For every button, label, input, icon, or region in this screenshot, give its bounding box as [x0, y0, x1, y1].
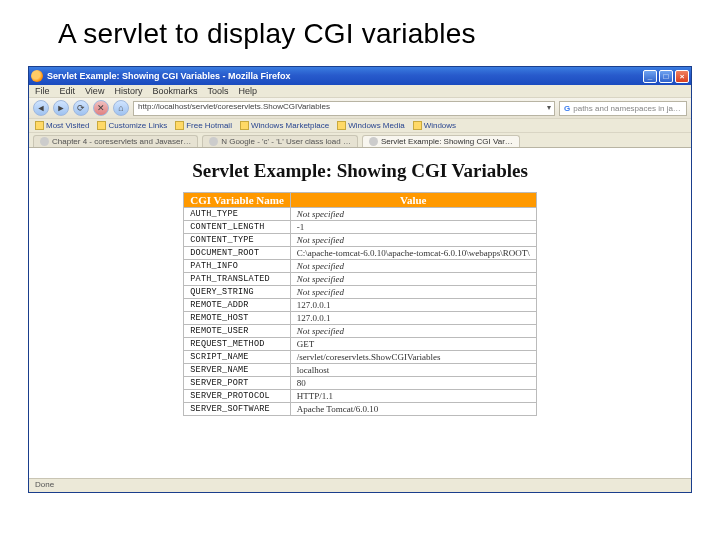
table-row: CONTENT_TYPENot specified: [184, 234, 536, 247]
cgi-var-value: 80: [290, 377, 536, 390]
table-row: SERVER_SOFTWAREApache Tomcat/6.0.10: [184, 403, 536, 416]
menu-edit[interactable]: Edit: [60, 86, 76, 96]
link-icon: [337, 121, 346, 130]
table-row: SERVER_PROTOCOLHTTP/1.1: [184, 390, 536, 403]
cgi-var-name: AUTH_TYPE: [184, 208, 291, 221]
table-row: REMOTE_HOST127.0.0.1: [184, 312, 536, 325]
back-button[interactable]: ◄: [33, 100, 49, 116]
page-icon: [369, 137, 378, 146]
table-row: REMOTE_USERNot specified: [184, 325, 536, 338]
cgi-var-value: Not specified: [290, 286, 536, 299]
cgi-var-value: C:\apache-tomcat-6.0.10\apache-tomcat-6.…: [290, 247, 536, 260]
cgi-var-name: PATH_TRANSLATED: [184, 273, 291, 286]
table-row: SERVER_NAMElocalhost: [184, 364, 536, 377]
bookmark-media[interactable]: Windows Media: [337, 121, 404, 130]
nav-toolbar: ◄ ► ⟳ ✕ ⌂ http://localhost/servlet/cores…: [29, 97, 691, 119]
cgi-var-value: Not specified: [290, 325, 536, 338]
table-row: REQUEST_METHODGET: [184, 338, 536, 351]
table-row: QUERY_STRINGNot specified: [184, 286, 536, 299]
address-bar[interactable]: http://localhost/servlet/coreservlets.Sh…: [133, 101, 555, 116]
reload-button[interactable]: ⟳: [73, 100, 89, 116]
cgi-var-value: 127.0.0.1: [290, 312, 536, 325]
page-heading: Servlet Example: Showing CGI Variables: [39, 160, 681, 182]
cgi-var-name: SERVER_SOFTWARE: [184, 403, 291, 416]
menu-file[interactable]: File: [35, 86, 50, 96]
menu-tools[interactable]: Tools: [207, 86, 228, 96]
table-row: PATH_INFONot specified: [184, 260, 536, 273]
bookmark-windows[interactable]: Windows: [413, 121, 456, 130]
cgi-table: CGI Variable Name Value AUTH_TYPENot spe…: [183, 192, 536, 416]
menu-view[interactable]: View: [85, 86, 104, 96]
table-row: CONTENT_LENGTH-1: [184, 221, 536, 234]
window-title: Servlet Example: Showing CGI Variables -…: [47, 71, 643, 81]
window-titlebar: Servlet Example: Showing CGI Variables -…: [29, 67, 691, 85]
table-row: SERVER_PORT80: [184, 377, 536, 390]
page-content: Servlet Example: Showing CGI Variables C…: [29, 148, 691, 478]
folder-icon: [35, 121, 44, 130]
cgi-var-value: GET: [290, 338, 536, 351]
close-button[interactable]: ×: [675, 70, 689, 83]
cgi-var-value: HTTP/1.1: [290, 390, 536, 403]
cgi-var-name: REMOTE_HOST: [184, 312, 291, 325]
cgi-var-value: Not specified: [290, 273, 536, 286]
table-row: DOCUMENT_ROOTC:\apache-tomcat-6.0.10\apa…: [184, 247, 536, 260]
link-icon: [413, 121, 422, 130]
maximize-button[interactable]: □: [659, 70, 673, 83]
page-icon: [209, 137, 218, 146]
table-row: AUTH_TYPENot specified: [184, 208, 536, 221]
forward-button[interactable]: ►: [53, 100, 69, 116]
menubar: File Edit View History Bookmarks Tools H…: [29, 85, 691, 97]
cgi-var-name: SERVER_PORT: [184, 377, 291, 390]
browser-window: Servlet Example: Showing CGI Variables -…: [28, 66, 692, 493]
cgi-var-name: CONTENT_TYPE: [184, 234, 291, 247]
bookmark-customize[interactable]: Customize Links: [97, 121, 167, 130]
cgi-var-value: Not specified: [290, 208, 536, 221]
table-row: REMOTE_ADDR127.0.0.1: [184, 299, 536, 312]
cgi-var-value: Not specified: [290, 234, 536, 247]
stop-button[interactable]: ✕: [93, 100, 109, 116]
cgi-var-name: QUERY_STRING: [184, 286, 291, 299]
page-icon: [40, 137, 49, 146]
cgi-var-value: Apache Tomcat/6.0.10: [290, 403, 536, 416]
menu-help[interactable]: Help: [238, 86, 257, 96]
tab-3-active[interactable]: Servlet Example: Showing CGI Var…: [362, 135, 520, 147]
minimize-button[interactable]: _: [643, 70, 657, 83]
search-box[interactable]: G paths and namespaces in ja…: [559, 101, 687, 116]
bookmark-most-visited[interactable]: Most Visited: [35, 121, 89, 130]
tabbar: Chapter 4 - coreservlets and Javaser… N …: [29, 133, 691, 148]
cgi-var-name: SCRIPT_NAME: [184, 351, 291, 364]
cgi-var-name: REMOTE_ADDR: [184, 299, 291, 312]
cgi-var-name: DOCUMENT_ROOT: [184, 247, 291, 260]
cgi-var-name: CONTENT_LENGTH: [184, 221, 291, 234]
col-header-value: Value: [290, 193, 536, 208]
cgi-var-value: Not specified: [290, 260, 536, 273]
link-icon: [240, 121, 249, 130]
menu-bookmarks[interactable]: Bookmarks: [152, 86, 197, 96]
table-row: SCRIPT_NAME/servlet/coreservlets.ShowCGI…: [184, 351, 536, 364]
slide-title: A servlet to display CGI variables: [0, 0, 720, 66]
bookmarks-toolbar: Most Visited Customize Links Free Hotmai…: [29, 119, 691, 133]
menu-history[interactable]: History: [114, 86, 142, 96]
cgi-var-value: 127.0.0.1: [290, 299, 536, 312]
status-bar: Done: [29, 478, 691, 492]
col-header-name: CGI Variable Name: [184, 193, 291, 208]
cgi-var-value: localhost: [290, 364, 536, 377]
bookmark-hotmail[interactable]: Free Hotmail: [175, 121, 232, 130]
cgi-var-name: SERVER_PROTOCOL: [184, 390, 291, 403]
firefox-icon: [31, 70, 43, 82]
link-icon: [97, 121, 106, 130]
home-button[interactable]: ⌂: [113, 100, 129, 116]
cgi-var-name: SERVER_NAME: [184, 364, 291, 377]
table-row: PATH_TRANSLATEDNot specified: [184, 273, 536, 286]
bookmark-marketplace[interactable]: Windows Marketplace: [240, 121, 329, 130]
cgi-var-name: PATH_INFO: [184, 260, 291, 273]
search-placeholder: paths and namespaces in ja…: [573, 104, 681, 113]
tab-2[interactable]: N Google - 'c' - 'L' User class load …: [202, 135, 358, 147]
tab-1[interactable]: Chapter 4 - coreservlets and Javaser…: [33, 135, 198, 147]
link-icon: [175, 121, 184, 130]
cgi-var-name: REQUEST_METHOD: [184, 338, 291, 351]
cgi-var-value: -1: [290, 221, 536, 234]
cgi-var-value: /servlet/coreservlets.ShowCGIVariables: [290, 351, 536, 364]
google-icon: G: [564, 104, 570, 113]
cgi-var-name: REMOTE_USER: [184, 325, 291, 338]
